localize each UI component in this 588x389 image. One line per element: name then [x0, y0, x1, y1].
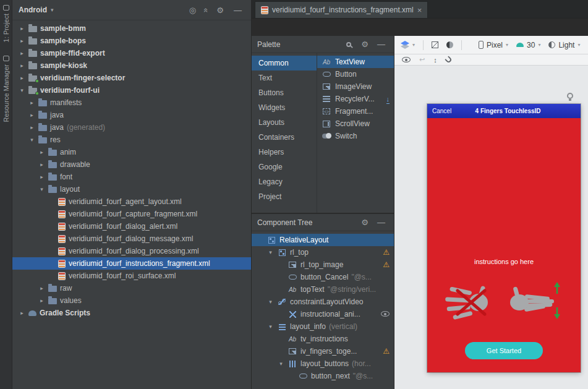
gear-icon[interactable]: ⚙ — [213, 6, 227, 14]
component-tv-instructions[interactable]: tv_instructions — [252, 333, 394, 345]
tree-item-java[interactable]: ▸java — [12, 109, 251, 121]
component-toptext[interactable]: topText"@string/veri... — [252, 283, 394, 296]
editor-tab[interactable]: veridiumid_fourf_instructions_fragment.x… — [255, 1, 428, 18]
warning-icon[interactable]: ⚠ — [383, 249, 390, 256]
view-options-eye-icon[interactable] — [402, 57, 411, 62]
component-button-next[interactable]: button_next"@s... — [252, 370, 394, 382]
tool-window-button-project[interactable]: 1: Project — [2, 5, 10, 42]
tree-item-roi-surface-xml[interactable]: veridiumid_fourf_roi_surface.xml — [12, 270, 251, 282]
palette-component-switch[interactable]: Switch — [317, 130, 394, 142]
palette-category-helpers[interactable]: Helpers — [252, 145, 317, 160]
hide-panel-icon[interactable]: — — [374, 40, 388, 48]
chevron-down-icon[interactable]: ▾ — [278, 361, 284, 367]
tree-item-res[interactable]: ▾res — [12, 134, 251, 146]
chevron-right-icon[interactable]: ▸ — [38, 161, 45, 168]
palette-component-imageview[interactable]: ImageView — [317, 80, 394, 93]
tree-item-font[interactable]: ▸font — [12, 171, 251, 183]
palette-category-project[interactable]: Project — [252, 189, 317, 204]
chevron-down-icon[interactable]: ▾ — [267, 323, 274, 330]
palette-category-buttons[interactable]: Buttons — [252, 85, 317, 100]
tree-item-values[interactable]: ▸values — [12, 294, 251, 307]
component-instructional-animation[interactable]: instructional_ani... — [252, 308, 394, 320]
chevron-right-icon[interactable]: ▸ — [19, 50, 25, 56]
tree-item-sample-bops[interactable]: ▸sample-bops — [12, 35, 251, 47]
chevron-right-icon[interactable]: ▸ — [19, 62, 25, 69]
component-iv-fingers-together[interactable]: iv_fingers_toge...⚠ — [252, 345, 394, 357]
component-layout-info[interactable]: ▾layout_info(vertical) — [252, 320, 394, 333]
chevron-right-icon[interactable]: ▸ — [38, 285, 45, 291]
chevron-down-icon[interactable]: ▾ — [267, 249, 274, 255]
chevron-down-icon[interactable]: ▾ — [51, 7, 54, 13]
palette-component-textview[interactable]: TextView — [317, 56, 394, 68]
warning-icon[interactable]: ⚠ — [383, 348, 390, 355]
design-mode-button[interactable]: ▾ — [401, 41, 415, 49]
palette-category-common[interactable]: Common — [252, 56, 317, 71]
component-rl-top-image[interactable]: rl_top_image⚠ — [252, 259, 394, 271]
tree-item-anim[interactable]: ▸anim — [12, 146, 251, 158]
tree-item-raw[interactable]: ▸raw — [12, 282, 251, 294]
tree-item-agent-layout-xml[interactable]: veridiumid_fourf_agent_layout.xml — [12, 195, 251, 208]
chevron-right-icon[interactable]: ▸ — [38, 149, 45, 155]
chevron-down-icon[interactable]: ▾ — [267, 299, 274, 305]
palette-component-scrollview[interactable]: ScrollView — [317, 118, 394, 130]
resize-icon[interactable]: ↕ — [433, 56, 437, 64]
palette-category-widgets[interactable]: Widgets — [252, 100, 317, 115]
component-constraintlayoutvideo[interactable]: ▾constraintLayoutVideo — [252, 296, 394, 308]
close-icon[interactable]: × — [417, 6, 422, 15]
tree-item-instructions-fragment-xml[interactable]: veridiumid_fourf_instructions_fragment.x… — [12, 257, 251, 270]
palette-category-google[interactable]: Google — [252, 160, 317, 174]
tree-item-drawable[interactable]: ▸drawable — [12, 158, 251, 171]
palette-component-recyclerview[interactable]: RecyclerV...↓ — [317, 93, 394, 105]
gear-icon[interactable]: ⚙ — [358, 218, 372, 226]
tree-item-manifests[interactable]: ▸manifests — [12, 96, 251, 109]
chevron-right-icon[interactable]: ▸ — [38, 174, 45, 180]
locate-file-icon[interactable]: ◎ — [186, 6, 199, 14]
palette-category-legacy[interactable]: Legacy — [252, 174, 317, 189]
palette-component-fragment[interactable]: Fragment... — [317, 105, 394, 118]
chevron-right-icon[interactable]: ▸ — [19, 75, 25, 81]
tree-item-dialog-message-xml[interactable]: veridiumid_fourf_dialog_message.xml — [12, 233, 251, 245]
collapse-all-icon[interactable]: « — [202, 6, 210, 13]
chevron-down-icon[interactable]: ▾ — [28, 137, 35, 143]
tree-item-layout[interactable]: ▾layout — [12, 183, 251, 195]
get-started-button[interactable]: Get Started — [465, 342, 543, 359]
chevron-down-icon[interactable]: ▾ — [19, 87, 25, 93]
tree-item-dialog-processing-xml[interactable]: veridiumid_fourf_dialog_processing.xml — [12, 245, 251, 257]
chevron-down-icon[interactable]: ▾ — [38, 186, 45, 192]
chevron-right-icon[interactable]: ▸ — [38, 297, 45, 304]
tree-item-sample-bmm[interactable]: ▸sample-bmm — [12, 22, 251, 35]
lightbulb-icon[interactable] — [567, 93, 573, 99]
hide-panel-icon[interactable]: — — [374, 218, 388, 226]
component-layout-buttons[interactable]: ▾layout_buttons(hor... — [252, 357, 394, 370]
project-view-selector[interactable]: Android — [19, 6, 47, 14]
magnet-icon[interactable] — [445, 56, 453, 64]
phone-preview[interactable]: Cancel 4 Fingers TouchlessID instruction… — [427, 104, 581, 372]
chevron-right-icon[interactable]: ▸ — [28, 100, 35, 106]
blueprint-mode-icon[interactable] — [432, 41, 438, 48]
component-rl-top[interactable]: ▾rl_top⚠ — [252, 246, 394, 259]
palette-category-containers[interactable]: Containers — [252, 130, 317, 145]
tree-item-java-generated[interactable]: ▸java(generated) — [12, 121, 251, 134]
search-icon[interactable] — [346, 42, 351, 47]
hide-panel-icon[interactable]: — — [231, 6, 245, 14]
tree-item-gradle-scripts[interactable]: ▸Gradle Scripts — [12, 307, 251, 319]
preview-cancel-button[interactable]: Cancel — [432, 108, 451, 114]
api-level-selector[interactable]: 30 ▾ — [516, 41, 540, 49]
device-selector[interactable]: Pixel ▾ — [479, 41, 508, 49]
download-icon[interactable]: ↓ — [386, 96, 390, 103]
tree-item-dialog-alert-xml[interactable]: veridiumid_fourf_dialog_alert.xml — [12, 220, 251, 233]
back-arrow-icon[interactable]: ↩ — [419, 56, 425, 64]
chevron-right-icon[interactable]: ▸ — [19, 310, 25, 316]
component-button-cancel[interactable]: button_Cancel"@s... — [252, 271, 394, 283]
tree-item-sample-ffid-export[interactable]: ▸sample-ffid-export — [12, 47, 251, 59]
chevron-right-icon[interactable]: ▸ — [19, 25, 25, 32]
component-relativelayout[interactable]: RelativeLayout — [252, 234, 394, 246]
chevron-right-icon[interactable]: ▸ — [28, 124, 35, 130]
tool-window-button-resource-manager[interactable]: Resource Manager — [2, 56, 10, 122]
design-canvas[interactable]: Cancel 4 Fingers TouchlessID instruction… — [394, 66, 588, 389]
tree-item-veridium-fourf-ui[interactable]: ▾veridium-fourf-ui — [12, 84, 251, 96]
tree-item-veridium-finger-selector[interactable]: ▸veridium-finger-selector — [12, 72, 251, 84]
visibility-eye-icon[interactable] — [381, 311, 390, 317]
chevron-right-icon[interactable]: ▸ — [19, 38, 25, 44]
gear-icon[interactable]: ⚙ — [358, 40, 372, 48]
